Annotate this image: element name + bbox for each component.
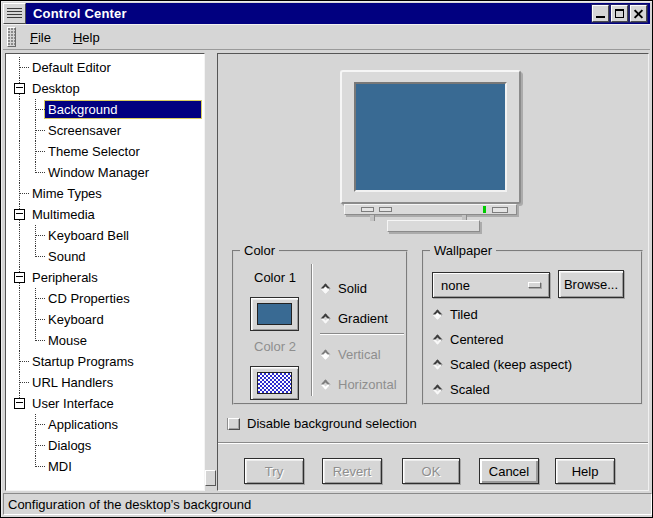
- radio-tiled[interactable]: Tiled: [432, 306, 572, 322]
- color1-picker-button[interactable]: [250, 297, 299, 331]
- statusbar: Configuration of the desktop’s backgroun…: [3, 493, 652, 515]
- tree-item-user-interface[interactable]: User Interface: [6, 393, 204, 414]
- option-menu-indicator-icon: [528, 282, 541, 288]
- tree-connector-line: [20, 67, 29, 68]
- tree-collapse-icon[interactable]: [14, 398, 25, 409]
- tree-item-label: Dialogs: [44, 436, 202, 455]
- monitor-button-icon: [361, 207, 374, 212]
- tree-connector-line: [19, 141, 20, 162]
- monitor-leg: [370, 215, 375, 221]
- tree-item-peripherals[interactable]: Peripherals: [6, 267, 204, 288]
- tree-item-label: CD Properties: [44, 289, 202, 308]
- tree-item-theme-selector[interactable]: Theme Selector: [6, 141, 204, 162]
- stripes-icon: [7, 8, 22, 19]
- tree-item-label: Theme Selector: [44, 142, 202, 161]
- tree-item-mime-types[interactable]: Mime Types: [6, 183, 204, 204]
- close-button[interactable]: [630, 5, 647, 22]
- tree-item-label: MDI: [44, 457, 202, 476]
- radio-diamond-icon: [321, 349, 331, 359]
- maximize-button[interactable]: [611, 5, 628, 22]
- vertical-separator: [311, 264, 313, 396]
- monitor-screen-preview: [354, 82, 507, 192]
- disable-background-row[interactable]: Disable background selection: [228, 416, 417, 431]
- radio-diamond-icon: [433, 359, 443, 369]
- tree-collapse-icon[interactable]: [14, 209, 25, 220]
- tree-connector-line: [36, 466, 45, 467]
- wallpaper-file-dropdown[interactable]: none: [432, 272, 550, 298]
- radio-solid[interactable]: Solid: [320, 280, 397, 296]
- radio-label: Vertical: [338, 347, 381, 362]
- tree-connector-line: [19, 225, 20, 246]
- tree-item-url-handlers[interactable]: URL Handlers: [6, 372, 204, 393]
- wallpaper-frame-title: Wallpaper: [430, 243, 496, 258]
- tree-collapse-icon[interactable]: [14, 83, 25, 94]
- tree-connector-line: [36, 340, 45, 341]
- tree-item-label: Applications: [44, 415, 202, 434]
- menu-file[interactable]: File: [22, 27, 59, 48]
- tree-connector-line: [36, 256, 45, 257]
- tree-connector-line: [36, 172, 45, 173]
- minimize-button[interactable]: [592, 5, 609, 22]
- tree-item-screensaver[interactable]: Screensaver: [6, 120, 204, 141]
- titlebar[interactable]: Control Center: [3, 3, 650, 24]
- tree-item-keyboard[interactable]: Keyboard: [6, 309, 204, 330]
- tree-connector-line: [19, 99, 20, 120]
- radio-diamond-icon: [321, 283, 331, 293]
- disable-background-label: Disable background selection: [247, 416, 417, 431]
- tree-item-label: URL Handlers: [28, 373, 202, 392]
- tree-item-background[interactable]: Background: [6, 99, 204, 120]
- radio-diamond-icon: [433, 334, 443, 344]
- tree-item-dialogs[interactable]: Dialogs: [6, 435, 204, 456]
- radio-label: Scaled: [450, 382, 490, 397]
- monitor-stand: [387, 220, 480, 232]
- tree-item-label: Default Editor: [28, 58, 202, 77]
- tree-item-mouse[interactable]: Mouse: [6, 330, 204, 351]
- tree-item-applications[interactable]: Applications: [6, 414, 204, 435]
- browse-button[interactable]: Browse...: [558, 270, 624, 298]
- menubar-gripper[interactable]: [7, 27, 16, 47]
- checkbox-icon[interactable]: [228, 418, 240, 430]
- radio-vertical: Vertical: [320, 346, 397, 362]
- tree-item-default-editor[interactable]: Default Editor: [6, 57, 204, 78]
- action-area-separator: [218, 442, 648, 444]
- radio-scaled[interactable]: Scaled: [432, 381, 572, 397]
- tree-item-window-manager[interactable]: Window Manager: [6, 162, 204, 183]
- radio-label: Scaled (keep aspect): [450, 357, 572, 372]
- category-tree[interactable]: Default EditorDesktopBackgroundScreensav…: [5, 53, 205, 491]
- window-title: Control Center: [33, 6, 590, 21]
- radio-label: Solid: [338, 281, 367, 296]
- tree-collapse-icon[interactable]: [14, 272, 25, 283]
- tree-item-keyboard-bell[interactable]: Keyboard Bell: [6, 225, 204, 246]
- tree-item-sound[interactable]: Sound: [6, 246, 204, 267]
- menu-help[interactable]: Help: [65, 27, 108, 48]
- tree-item-label: Startup Programs: [28, 352, 202, 371]
- tree-connector-line: [20, 382, 29, 383]
- color2-picker-button: [250, 366, 299, 400]
- horizontal-separator: [320, 333, 404, 335]
- color2-label: Color 2: [254, 339, 296, 354]
- window-menu-icon[interactable]: [3, 3, 26, 24]
- cancel-button[interactable]: Cancel: [479, 458, 539, 484]
- color2-swatch: [257, 372, 292, 394]
- tree-connector-line: [20, 361, 29, 362]
- radio-scaled-keep-aspect[interactable]: Scaled (keep aspect): [432, 356, 572, 372]
- tree-item-cd-properties[interactable]: CD Properties: [6, 288, 204, 309]
- color-frame: Color Color 1 Color 2 SolidGradientVerti…: [232, 250, 408, 405]
- radio-label: Horizontal: [338, 377, 397, 392]
- radio-centered[interactable]: Centered: [432, 331, 572, 347]
- tree-item-startup-programs[interactable]: Startup Programs: [6, 351, 204, 372]
- pane-divider[interactable]: [205, 53, 217, 491]
- radio-diamond-icon: [433, 384, 443, 394]
- try-button: Try: [244, 458, 304, 484]
- tree-item-mdi[interactable]: MDI: [6, 456, 204, 477]
- monitor-button-icon: [492, 207, 508, 213]
- radio-gradient[interactable]: Gradient: [320, 310, 397, 326]
- help-button[interactable]: Help: [555, 458, 615, 484]
- tree-connector-line: [19, 246, 20, 267]
- monitor-button-icon: [379, 207, 392, 212]
- wallpaper-frame: Wallpaper none Browse... TiledCenteredSc…: [422, 250, 643, 405]
- tree-item-desktop[interactable]: Desktop: [6, 78, 204, 99]
- tree-item-multimedia[interactable]: Multimedia: [6, 204, 204, 225]
- tree-connector-line: [19, 309, 20, 330]
- pane-resize-grip[interactable]: [205, 470, 216, 486]
